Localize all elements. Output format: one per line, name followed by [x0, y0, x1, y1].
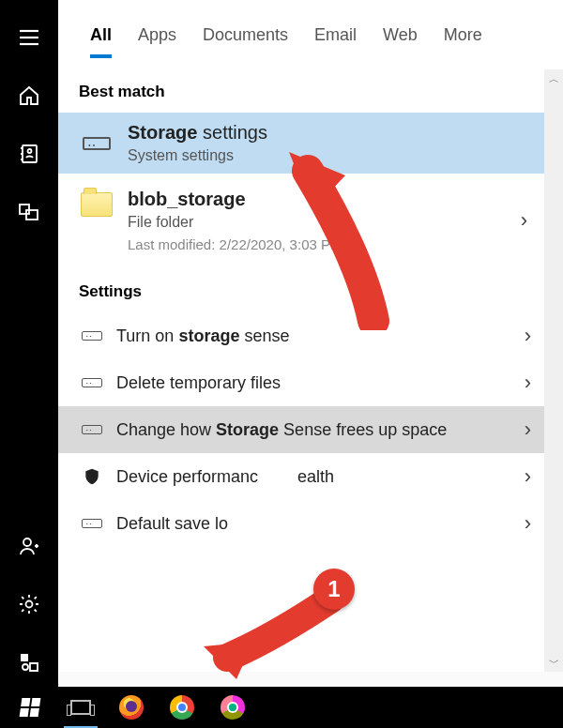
tab-web[interactable]: Web	[383, 25, 418, 45]
svg-point-4	[28, 149, 32, 153]
drive-icon	[79, 137, 114, 150]
gear-icon[interactable]	[18, 593, 40, 615]
scroll-up-icon[interactable]: ︿	[544, 69, 563, 88]
setting-delete-temp[interactable]: Delete temporary files ›	[58, 359, 544, 406]
left-rail	[0, 0, 58, 728]
tab-documents[interactable]: Documents	[203, 25, 288, 45]
account-icon[interactable]	[18, 651, 40, 674]
svg-point-13	[26, 601, 33, 608]
taskbar-firefox[interactable]	[111, 687, 152, 728]
home-icon[interactable]	[18, 84, 40, 107]
apps-icon[interactable]	[18, 201, 40, 223]
setting-title: Device performance & health	[107, 465, 525, 488]
taskbar-chrome[interactable]	[161, 687, 203, 728]
setting-storage-sense[interactable]: Turn on storage sense ›	[58, 312, 544, 359]
chrome-alt-icon	[221, 695, 245, 720]
firefox-icon	[119, 695, 144, 720]
setting-change-free[interactable]: Change how Storage Sense frees up space …	[58, 406, 544, 453]
result-subtitle: File folder	[128, 214, 515, 231]
chevron-right-icon: ›	[525, 417, 531, 442]
setting-device-health[interactable]: Device performance & health ›	[58, 453, 544, 500]
setting-title: Change how Storage Sense frees up space	[107, 418, 525, 441]
add-user-icon[interactable]	[18, 535, 40, 557]
notebook-icon[interactable]	[18, 143, 40, 165]
drive-icon	[77, 378, 107, 387]
setting-title: Default save locations	[107, 512, 525, 535]
drive-icon	[77, 519, 107, 528]
svg-rect-14	[21, 654, 28, 661]
start-button[interactable]	[9, 687, 51, 728]
task-view-icon	[70, 700, 91, 715]
search-tabs: All Apps Documents Email Web More	[58, 0, 563, 69]
search-panel: All Apps Documents Email Web More Best m…	[58, 0, 563, 728]
setting-title: Turn on storage sense	[107, 325, 525, 347]
taskbar	[0, 687, 563, 728]
svg-rect-9	[26, 210, 38, 220]
chevron-right-icon: ›	[525, 511, 531, 536]
hamburger-icon[interactable]	[18, 26, 40, 49]
tab-apps[interactable]: Apps	[138, 25, 176, 45]
chevron-right-icon: ›	[525, 324, 531, 348]
chevron-right-icon: ›	[525, 371, 531, 395]
taskbar-chrome-canary[interactable]	[212, 687, 253, 728]
chrome-icon	[170, 695, 194, 720]
result-storage-settings[interactable]: Storage settings System settings	[58, 113, 544, 174]
scroll-down-icon[interactable]: ﹀	[544, 653, 563, 672]
task-view-button[interactable]	[60, 687, 101, 728]
chevron-right-icon: ›	[525, 464, 531, 489]
tab-more[interactable]: More	[444, 25, 482, 45]
svg-point-15	[23, 664, 28, 670]
svg-point-10	[23, 538, 31, 546]
windows-icon	[20, 698, 41, 717]
result-subtitle: System settings	[128, 147, 531, 164]
setting-default-save[interactable]: Default save locations ›	[58, 500, 544, 539]
best-match-heading: Best match	[58, 69, 544, 113]
setting-title: Delete temporary files	[107, 372, 525, 394]
folder-icon	[79, 189, 114, 217]
shield-icon	[77, 466, 107, 487]
svg-rect-3	[23, 145, 37, 162]
chevron-right-icon: ›	[515, 208, 531, 233]
drive-icon	[77, 425, 107, 434]
result-meta: Last modified: 2/22/2020, 3:03 PM	[128, 236, 515, 252]
drive-icon	[77, 331, 107, 341]
scrollbar[interactable]: ︿ ﹀	[544, 69, 563, 672]
result-title: Storage settings	[128, 122, 531, 144]
svg-rect-8	[20, 205, 29, 214]
tab-email[interactable]: Email	[314, 25, 357, 45]
result-blob-storage[interactable]: blob_storage File folder Last modified: …	[58, 174, 544, 265]
settings-heading: Settings	[58, 265, 544, 312]
result-title: blob_storage	[128, 189, 515, 210]
tab-all[interactable]: All	[90, 25, 112, 45]
